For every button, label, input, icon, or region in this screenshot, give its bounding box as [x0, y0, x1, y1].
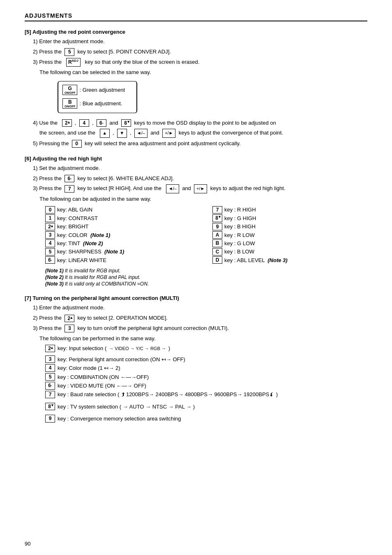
key-2up: 2▲	[62, 119, 72, 127]
grid-row-4: 4key: TINT (Note 2)	[45, 239, 200, 247]
key-6dash-2: 6-	[65, 175, 74, 182]
page-title: ADJUSTMENTS	[25, 12, 72, 19]
sub-item-2: 2▲ key: Input selection ( → VIDEO → Y/C …	[45, 345, 367, 352]
grid-row-5: 5key: SHARPNESS (Note 1)	[45, 248, 200, 255]
section-5: [5] Adjusting the red point convergence …	[25, 29, 367, 148]
bracket-b: B ON/OFF : Blue adjustment.	[62, 98, 125, 109]
key-s3: 3	[45, 355, 55, 363]
key-rA: A	[212, 231, 222, 239]
grid-row-1: 1key: CONTRAST	[45, 214, 200, 222]
step-5-4: 4) Use the 2▲ , 4 , 6- and 8▼ keys to mo…	[33, 119, 367, 128]
bracket-b-label: : Blue adjustment.	[79, 100, 122, 107]
step-5-3: 3) Press the RADJ key so that only the b…	[33, 58, 367, 67]
step-6-3: 3) Press the 7 key to select [R HIGH]. A…	[33, 184, 367, 193]
key-g3: 3	[45, 231, 55, 239]
key-4: 4	[79, 119, 89, 127]
step-5-5: 5) Pressing the 0 key will select the ar…	[33, 139, 367, 148]
sub-item-8: 8▼ key : TV system selection ( → AUTO → …	[45, 403, 367, 410]
grid-row-2: 2▲key: BRIGHT	[45, 223, 200, 230]
key-plus-right: +/►	[162, 129, 175, 138]
note-3: (Note 3) It is valid only at COMBINATION…	[45, 281, 367, 287]
page-header: ADJUSTMENTS	[25, 12, 367, 21]
key-r8: 8▼	[212, 214, 222, 222]
key-down: ▼	[117, 129, 127, 138]
note-1: (Note 1) It is invalid for RGB input.	[45, 268, 367, 274]
note-2: (Note 2) It is invalid for RGB and PAL i…	[45, 274, 367, 280]
key-s9: 9	[45, 415, 55, 422]
key-s4: 4	[45, 364, 55, 372]
grid-row-r9: 9key : B HIGH	[212, 223, 367, 230]
section-6: [6] Adjusting the red high light 1) Set …	[25, 156, 367, 287]
key-g1: 1	[45, 214, 55, 222]
key-6dash: 6-	[97, 119, 106, 127]
key-8down: 8▼	[121, 119, 131, 127]
page-number: 90	[25, 541, 30, 547]
key-left-minus: ◄/–	[134, 129, 148, 138]
key-rC: C	[212, 248, 222, 255]
grid-row-0: 0key: ABL GAIN	[45, 206, 200, 214]
key-r9: 9	[212, 223, 222, 230]
step-5-3-note: The following can be selected in the sam…	[39, 68, 367, 77]
grid-row-3: 3key: COLOR (Note 1)	[45, 231, 200, 239]
section-7-title: [7] Turning on the peripheral light amou…	[25, 295, 367, 301]
step-6-1: 1) Set the adjustment mode.	[33, 164, 367, 173]
section-5-title: [5] Adjusting the red point convergence	[25, 29, 367, 35]
key-s2: 2▲	[45, 345, 55, 352]
grid-row-r7: 7key : R HIGH	[212, 206, 367, 214]
step-5-1: 1) Enter the adjustment mode.	[33, 37, 367, 46]
key-plus-right-2: +/►	[194, 184, 207, 193]
sub-items-list: 2▲ key: Input selection ( → VIDEO → Y/C …	[45, 345, 367, 423]
grid-row-r8: 8▼key : G HIGH	[212, 214, 367, 222]
grid-col-left: 0key: ABL GAIN 1key: CONTRAST 2▲key: BRI…	[45, 206, 200, 265]
key-g0: 0	[45, 206, 55, 214]
grid-row-rA: Akey : R LOW	[212, 231, 367, 239]
key-7: 7	[65, 185, 74, 193]
step-5-4b: the screen, and use the ▲ , ▼ , ◄/– and …	[39, 129, 367, 138]
key-g4: 4	[45, 239, 55, 247]
grid-table: 0key: ABL GAIN 1key: CONTRAST 2▲key: BRI…	[45, 206, 367, 265]
grid-row-rB: Bkey : G LOW	[212, 239, 367, 247]
step-7-2: 2) Press the 2▲ key to select [2. OPERAT…	[33, 314, 367, 323]
step-5-2: 2) Press the 5 key to select [5. POINT C…	[33, 48, 367, 56]
key-s6: 6-	[45, 382, 55, 389]
section-6-title: [6] Adjusting the red high light	[25, 156, 367, 162]
key-5: 5	[65, 48, 74, 56]
bracket-g: G ON/OFF : Green adjustment	[62, 85, 125, 95]
grid-row-rD: Dkey : ABL LEVEL (Note 3)	[212, 256, 367, 264]
step-6-2: 2) Press the 6- key to select [6. WHITE …	[33, 174, 367, 183]
sub-item-9: 9 key : Convergence memory selection are…	[45, 415, 367, 422]
section-7: [7] Turning on the peripheral light amou…	[25, 295, 367, 422]
grid-col-right: 7key : R HIGH 8▼key : G HIGH 9key : B HI…	[212, 206, 367, 265]
bracket-g-label: : Green adjustment	[79, 87, 125, 93]
step-6-3-note: The following can be adjusted in the sam…	[39, 195, 367, 204]
grid-row-6: 6-key: LINEAR WHITE	[45, 256, 200, 264]
sub-item-4: 4 key: Color mode (1 ↤→ 2)	[45, 364, 367, 372]
key-0: 0	[72, 140, 82, 147]
key-r7: 7	[212, 206, 222, 214]
key-g-onoff: G ON/OFF	[62, 85, 77, 95]
key-up: ▲	[100, 129, 110, 138]
key-b-onoff: B ON/OFF	[62, 98, 77, 109]
key-s8: 8▼	[45, 403, 55, 410]
key-rD: D	[212, 256, 222, 264]
grid-row-rC: Ckey : B LOW	[212, 248, 367, 255]
sub-item-7: 7 key : Baud rate selection ( ⮭1200BPS→ …	[45, 391, 367, 398]
key-g5: 5	[45, 248, 55, 255]
key-left-minus-2: ◄/–	[166, 184, 179, 193]
key-2up-7: 2▲	[65, 315, 74, 322]
key-g2: 2▲	[45, 223, 55, 230]
sub-item-5: 5 key : COMBINATION (ON ←—→OFF)	[45, 373, 367, 381]
key-3-7: 3	[65, 325, 74, 332]
sub-item-3: 3 key: Peripheral light amount correctio…	[45, 355, 367, 363]
key-r-adj: RADJ	[66, 58, 81, 67]
step-7-3-note: The following can be performed in the sa…	[39, 334, 367, 343]
key-rB: B	[212, 239, 222, 247]
key-s5: 5	[45, 373, 55, 381]
step-7-1: 1) Enter the adjustment mode.	[33, 304, 367, 312]
step-7-3: 3) Press the 3 key to turn on/off the pe…	[33, 324, 367, 333]
key-s7: 7	[45, 391, 55, 398]
key-g6: 6-	[45, 256, 55, 264]
sub-item-6: 6- key : VIDEO MUTE (ON ←—→ OFF)	[45, 382, 367, 389]
